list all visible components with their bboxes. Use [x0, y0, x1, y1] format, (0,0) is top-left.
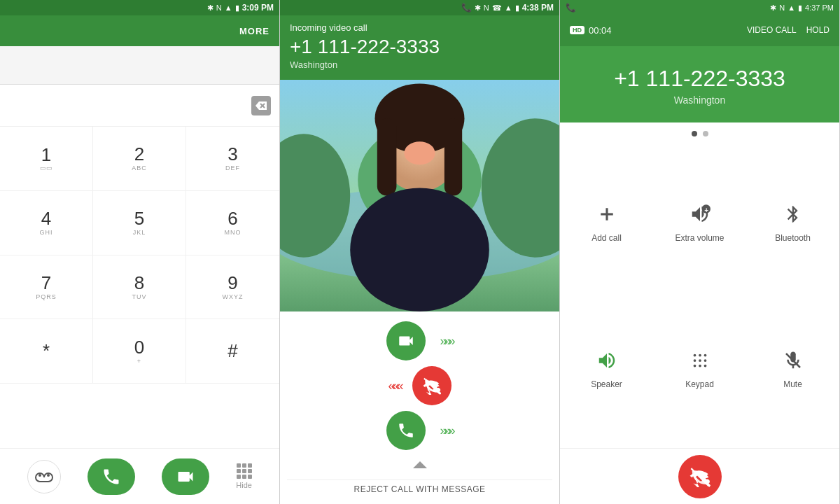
hold-button-top[interactable]: HOLD	[806, 25, 830, 35]
key-6[interactable]: 6MNO	[186, 191, 279, 255]
svg-point-29	[693, 359, 696, 362]
active-number: +1 111-222-3333	[570, 66, 830, 92]
arrow-right-audio: »»»	[440, 424, 452, 438]
bluetooth-icon-active: ✱	[770, 4, 776, 13]
call-controls-grid: Add call + Extra volume Blu	[560, 141, 839, 448]
call-actions-top: VIDEO CALL HOLD	[747, 25, 830, 35]
svg-point-33	[699, 365, 701, 368]
svg-point-28	[704, 354, 706, 357]
backspace-button[interactable]	[251, 96, 271, 115]
key-7[interactable]: 7PQRS	[0, 255, 93, 320]
svg-point-8	[47, 474, 50, 477]
hide-button[interactable]: Hide	[236, 463, 252, 489]
key-num-1: 2	[134, 145, 144, 163]
status-time-dialer: 3:09 PM	[242, 3, 274, 13]
bluetooth-label: Bluetooth	[775, 233, 811, 243]
bluetooth-icon	[778, 200, 808, 229]
key-1[interactable]: 1▭▭	[0, 127, 93, 191]
svg-rect-17	[444, 118, 462, 195]
keypad-control[interactable]: Keypad	[653, 295, 746, 442]
svg-point-34	[704, 365, 706, 368]
key-*[interactable]: *	[0, 319, 93, 384]
svg-point-30	[699, 359, 701, 362]
status-icons-active: ✱ N ▲ ▮ 4:37 PM	[770, 4, 834, 13]
key-5[interactable]: 5JKL	[93, 191, 186, 255]
key-2[interactable]: 2ABC	[93, 127, 186, 191]
svg-marker-0	[255, 102, 267, 110]
answer-audio-button[interactable]	[386, 411, 426, 450]
bluetooth-control[interactable]: Bluetooth	[746, 148, 839, 295]
svg-point-32	[693, 365, 696, 368]
battery-icon-status: ▮	[235, 4, 239, 13]
key-alpha-4: JKL	[133, 229, 146, 236]
svg-marker-21	[413, 461, 427, 468]
end-call-button[interactable]	[678, 455, 722, 498]
key-num-5: 6	[227, 209, 237, 227]
add-call-control[interactable]: Add call	[560, 148, 653, 295]
svg-point-27	[699, 354, 701, 357]
answer-row-video: »»»	[287, 321, 552, 360]
call-timer-area: HD 00:04	[570, 25, 612, 36]
key-8[interactable]: 8TUV	[93, 255, 186, 320]
voicemail-button[interactable]	[27, 460, 61, 493]
incoming-number: +1 111-222-3333	[290, 36, 550, 58]
reject-button[interactable]	[412, 366, 451, 405]
incoming-label: Incoming video call	[290, 22, 550, 33]
battery-icon-status2: ▮	[515, 4, 519, 13]
answer-row-audio: »»»	[287, 411, 552, 450]
active-call-info: +1 111-222-3333 Washington	[560, 46, 839, 122]
incoming-location: Washington	[290, 59, 550, 70]
battery-icon-active: ▮	[798, 4, 802, 13]
answer-buttons: »»» ««« »»»	[280, 312, 559, 504]
nfc-icon-active: N	[779, 4, 785, 12]
answer-video-button[interactable]	[386, 321, 426, 360]
dialer-bottom: Hide	[0, 448, 279, 504]
key-num-3: 4	[41, 209, 51, 227]
key-9[interactable]: 9WXYZ	[186, 255, 279, 320]
signal-icon-status2: ▲	[505, 4, 512, 12]
mute-label: Mute	[783, 379, 802, 389]
key-num-2: 3	[227, 145, 237, 163]
status-time-incoming: 4:38 PM	[522, 3, 554, 13]
nfc-icon-status: N	[216, 4, 222, 12]
keypad-grid: 1▭▭2ABC3DEF4GHI5JKL6MNO7PQRS8TUV9WXYZ*0+…	[0, 127, 279, 448]
status-time-active: 4:37 PM	[805, 4, 834, 12]
swipe-up-area	[287, 458, 552, 471]
incoming-call-panel: 📞 ✱ N ☎ ▲ ▮ 4:38 PM Incoming video call …	[280, 0, 560, 504]
video-call-button[interactable]	[162, 458, 209, 495]
active-call-panel: 📞 ✱ N ▲ ▮ 4:37 PM HD 00:04 VIDEO CALL HO…	[560, 0, 840, 504]
key-3[interactable]: 3DEF	[186, 127, 279, 191]
status-bar-incoming: 📞 ✱ N ☎ ▲ ▮ 4:38 PM	[280, 0, 559, 15]
dialer-search-area	[0, 46, 279, 85]
caller-photo-inner	[280, 80, 559, 312]
call-icon-status: 📞	[461, 3, 472, 13]
dialer-panel: ✱ N ▲ ▮ 3:09 PM MORE 1▭▭2ABC3DEF4GHI5JKL…	[0, 0, 280, 504]
mute-control[interactable]: Mute	[746, 295, 839, 442]
extra-volume-control[interactable]: + Extra volume	[653, 148, 746, 295]
key-0[interactable]: 0+	[93, 319, 186, 384]
active-location: Washington	[570, 94, 830, 106]
status-bar-dialer: ✱ N ▲ ▮ 3:09 PM	[0, 0, 279, 15]
reject-with-message[interactable]: REJECT CALL WITH MESSAGE	[287, 479, 552, 497]
speaker-control[interactable]: Speaker	[560, 295, 653, 442]
key-alpha-2: DEF	[225, 164, 240, 172]
key-4[interactable]: 4GHI	[0, 191, 93, 255]
speaker-label: Speaker	[591, 379, 622, 389]
nfc-icon-status2: N	[484, 4, 489, 12]
page-dot-2	[703, 131, 708, 136]
key-alpha-1: ABC	[132, 164, 147, 172]
call-timer: 00:04	[589, 25, 612, 36]
more-button[interactable]: MORE	[239, 26, 270, 36]
call-button[interactable]	[88, 458, 135, 495]
key-#[interactable]: #	[186, 319, 279, 384]
svg-point-19	[404, 141, 435, 164]
video-call-button-top[interactable]: VIDEO CALL	[747, 25, 797, 35]
mute-icon	[778, 346, 808, 375]
keypad-icon	[685, 346, 715, 375]
svg-point-18	[350, 188, 489, 312]
caller-photo	[280, 80, 559, 312]
key-alpha-7: TUV	[132, 293, 147, 300]
key-num-7: 8	[134, 274, 144, 292]
key-num-6: 7	[41, 274, 51, 292]
speaker-icon	[592, 346, 622, 375]
